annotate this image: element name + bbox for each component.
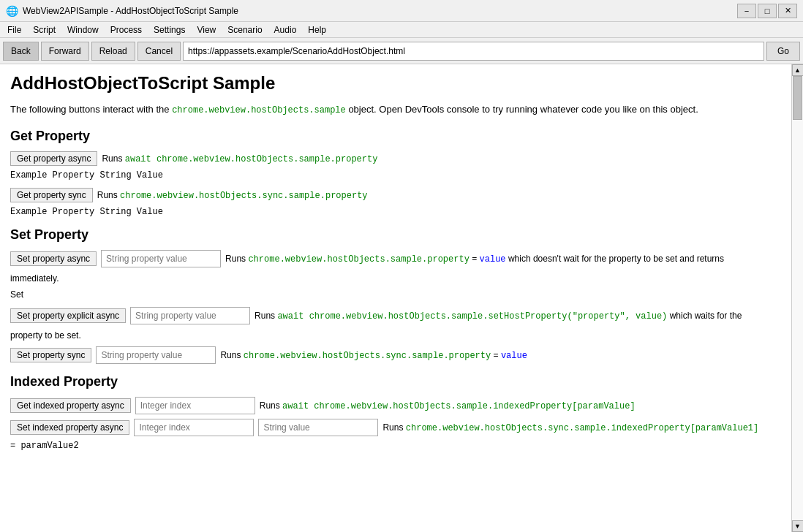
set-explicit-label: Runs <box>255 311 277 321</box>
back-button[interactable]: Back <box>3 42 39 61</box>
set-property-title: Set Property <box>10 227 781 243</box>
window-controls: − □ ✕ <box>737 4 797 18</box>
reload-button[interactable]: Reload <box>91 42 135 61</box>
menu-file[interactable]: File <box>1 22 27 38</box>
get-indexed-label: Runs <box>260 400 282 411</box>
menu-process[interactable]: Process <box>105 22 148 38</box>
menu-view[interactable]: View <box>191 22 222 38</box>
url-input[interactable] <box>183 42 764 61</box>
set-property-async-button[interactable]: Set property async <box>10 251 97 266</box>
set-indexed-result: = paramValue2 <box>10 441 781 451</box>
set-async-row: Set property async Runs chrome.webview.h… <box>10 250 781 267</box>
page-title: AddHostObjectToScript Sample <box>10 73 781 94</box>
menu-window[interactable]: Window <box>61 22 105 38</box>
scroll-up-arrow[interactable]: ▲ <box>792 64 804 76</box>
menu-audio[interactable]: Audio <box>268 22 303 38</box>
get-async-run-text: Runs await chrome.webview.hostObjects.sa… <box>102 153 377 164</box>
menu-help[interactable]: Help <box>302 22 332 38</box>
set-sync-code1: chrome.webview.hostObjects.sync.sample.p… <box>244 351 491 361</box>
set-async-input[interactable] <box>101 250 221 267</box>
get-property-title: Get Property <box>10 129 781 144</box>
main-content: AddHostObjectToScript Sample The followi… <box>0 64 791 532</box>
close-button[interactable]: ✕ <box>778 4 797 18</box>
menu-settings[interactable]: Settings <box>148 22 191 38</box>
set-indexed-code: chrome.webview.hostObjects.sync.sample.i… <box>406 423 758 433</box>
set-indexed-async-row: Set indexed property async Runs chrome.w… <box>10 419 781 436</box>
set-async-status: Set <box>10 289 781 300</box>
get-sync-result: Example Property String Value <box>10 207 781 217</box>
window-title: WebView2APISample - AddHostObjectToScrip… <box>23 6 733 16</box>
set-async-text3: which doesn't wait for the property to b… <box>506 254 724 264</box>
menu-script[interactable]: Script <box>27 22 61 38</box>
set-async-label: Runs <box>225 254 248 264</box>
minimize-button[interactable]: − <box>737 4 756 18</box>
set-property-sync-button[interactable]: Set property sync <box>10 348 91 362</box>
menu-scenario[interactable]: Scenario <box>222 22 268 38</box>
intro-code: chrome.webview.hostObjects.sample <box>172 105 346 115</box>
get-property-async-button[interactable]: Get property async <box>10 151 97 166</box>
set-sync-code2: value <box>501 351 527 361</box>
scrollbar[interactable]: ▲ ▼ <box>791 64 803 532</box>
get-async-result: Example Property String Value <box>10 170 781 180</box>
indexed-property-title: Indexed Property <box>10 374 781 390</box>
get-sync-label: Runs <box>97 190 120 200</box>
get-indexed-run-text: Runs await chrome.webview.hostObjects.sa… <box>260 400 636 411</box>
get-indexed-input[interactable] <box>135 397 255 414</box>
scroll-down-arrow[interactable]: ▼ <box>792 520 804 532</box>
get-property-sync-button[interactable]: Get property sync <box>10 188 93 202</box>
get-async-row: Get property async Runs await chrome.web… <box>10 151 781 166</box>
set-async-desc: immediately. <box>10 272 781 285</box>
set-explicit-async-row: Set property explicit async Runs await c… <box>10 307 781 324</box>
set-explicit-code: await chrome.webview.hostObjects.sample.… <box>277 311 667 322</box>
set-sync-run-text: Runs chrome.webview.hostObjects.sync.sam… <box>220 350 527 361</box>
set-indexed-label: Runs <box>382 422 405 433</box>
set-indexed-run-text: Runs chrome.webview.hostObjects.sync.sam… <box>382 422 758 433</box>
set-explicit-run-text: Runs await chrome.webview.hostObjects.sa… <box>255 311 742 322</box>
maximize-button[interactable]: □ <box>758 4 777 18</box>
menu-bar: File Script Window Process Settings View… <box>0 22 803 38</box>
get-sync-code: chrome.webview.hostObjects.sync.sample.p… <box>120 191 367 201</box>
set-sync-row: Set property sync Runs chrome.webview.ho… <box>10 346 781 364</box>
app-icon: 🌐 <box>6 5 18 17</box>
set-explicit-desc: property to be set. <box>10 329 781 342</box>
get-indexed-code: await chrome.webview.hostObjects.sample.… <box>282 401 635 411</box>
set-indexed-property-async-button[interactable]: Set indexed property async <box>10 420 129 435</box>
set-async-run-text: Runs chrome.webview.hostObjects.sample.p… <box>225 254 724 265</box>
intro-text-1: The following buttons interact with the <box>10 104 172 115</box>
scroll-track[interactable] <box>792 76 803 520</box>
title-bar: 🌐 WebView2APISample - AddHostObjectToScr… <box>0 0 803 22</box>
get-sync-run-text: Runs chrome.webview.hostObjects.sync.sam… <box>97 190 368 201</box>
set-property-explicit-async-button[interactable]: Set property explicit async <box>10 308 126 323</box>
go-button[interactable]: Go <box>766 42 800 61</box>
set-async-code1: chrome.webview.hostObjects.sample.proper… <box>248 254 469 265</box>
cancel-button[interactable]: Cancel <box>137 42 181 61</box>
address-bar: Back Forward Reload Cancel Go <box>0 38 803 64</box>
set-sync-equals: = <box>491 350 501 360</box>
set-sync-label: Runs <box>220 350 243 360</box>
set-property-section: Set Property Set property async Runs chr… <box>10 227 781 364</box>
intro-text-2: object. Open DevTools console to try run… <box>346 104 698 115</box>
set-async-code2: value <box>480 254 506 265</box>
get-sync-row: Get property sync Runs chrome.webview.ho… <box>10 188 781 202</box>
set-explicit-async-input[interactable] <box>130 307 250 324</box>
get-async-code: await chrome.webview.hostObjects.sample.… <box>125 154 378 164</box>
scroll-thumb[interactable] <box>793 76 802 120</box>
set-indexed-input2[interactable] <box>258 419 378 436</box>
indexed-property-section: Indexed Property Get indexed property as… <box>10 374 781 451</box>
intro-paragraph: The following buttons interact with the … <box>10 102 781 117</box>
get-property-section: Get Property Get property async Runs awa… <box>10 129 781 217</box>
set-indexed-input1[interactable] <box>134 419 254 436</box>
set-explicit-text2: which waits for the <box>667 311 742 321</box>
get-indexed-async-row: Get indexed property async Runs await ch… <box>10 397 781 414</box>
forward-button[interactable]: Forward <box>41 42 89 61</box>
set-async-equals: = <box>470 254 480 264</box>
set-sync-input[interactable] <box>96 346 216 364</box>
content-wrapper: AddHostObjectToScript Sample The followi… <box>0 64 803 532</box>
get-async-label: Runs <box>102 153 124 164</box>
get-indexed-property-async-button[interactable]: Get indexed property async <box>10 398 131 413</box>
